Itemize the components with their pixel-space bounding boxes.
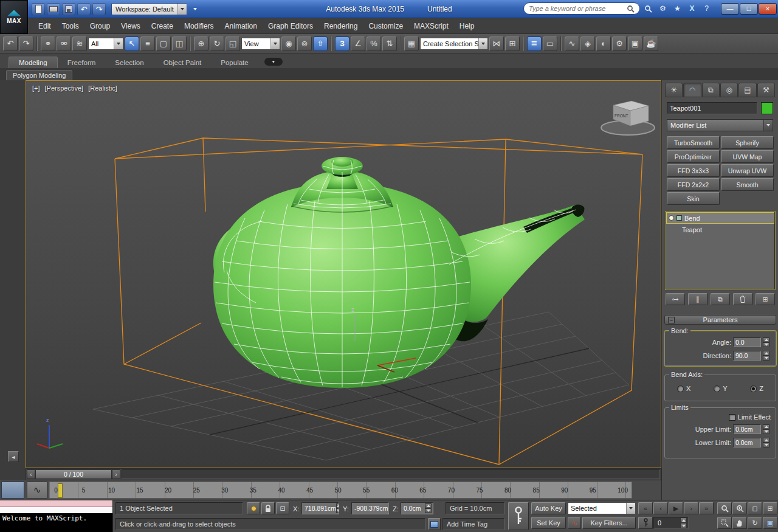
percent-snap-button[interactable]: % bbox=[367, 36, 381, 51]
set-keys-button[interactable] bbox=[508, 502, 529, 530]
align-button[interactable]: ⊞ bbox=[505, 36, 520, 51]
collapse-rollout-icon[interactable]: − bbox=[668, 317, 675, 323]
selection-filter-combo[interactable]: All bbox=[88, 38, 123, 50]
undo-button[interactable]: ↶ bbox=[3, 36, 18, 51]
tab-display[interactable]: ▤ bbox=[738, 83, 756, 97]
y-spinner[interactable] bbox=[388, 503, 389, 513]
axis-y-radio[interactable] bbox=[714, 385, 720, 392]
zoom-extents-all-button[interactable]: ⊞ bbox=[763, 502, 777, 514]
render-setup-button[interactable]: ⚙ bbox=[612, 36, 627, 51]
time-slider[interactable]: ‹ 0 / 100 › bbox=[26, 468, 661, 480]
workspace-combo[interactable]: Workspace: Default bbox=[111, 3, 187, 15]
viewport-shading-menu[interactable]: [Realistic] bbox=[88, 85, 117, 92]
add-time-tag-field[interactable]: Add Time Tag bbox=[442, 518, 504, 530]
object-name-field[interactable]: Teapot001 bbox=[667, 102, 757, 114]
direction-field[interactable]: 90.0 bbox=[733, 351, 761, 361]
select-and-rotate-button[interactable]: ↻ bbox=[210, 36, 224, 51]
reference-coordinate-combo[interactable]: View bbox=[241, 38, 280, 50]
unlink-selection-button[interactable]: ⚮ bbox=[57, 36, 71, 51]
auto-key-button[interactable]: Auto Key bbox=[531, 502, 566, 514]
select-and-scale-button[interactable]: ◱ bbox=[225, 36, 240, 51]
axis-z-radio[interactable] bbox=[750, 385, 757, 392]
schematic-view-button[interactable]: ◈ bbox=[580, 36, 595, 51]
turbosmooth-button[interactable]: TurboSmooth bbox=[667, 136, 720, 149]
menu-views[interactable]: Views bbox=[115, 18, 146, 33]
pin-stack-button[interactable]: ⊶ bbox=[666, 293, 685, 305]
favorites-button[interactable]: ★ bbox=[671, 2, 684, 15]
ribbon-toggle-button[interactable]: ▭ bbox=[543, 36, 557, 51]
viewport-canvas[interactable]: z FRONT z bbox=[26, 81, 661, 468]
previous-frame-nudge-button[interactable]: ‹ bbox=[27, 469, 35, 479]
axis-z-option[interactable]: Z bbox=[750, 385, 763, 392]
ribbon-tab-object-paint[interactable]: Object Paint bbox=[154, 57, 212, 68]
tab-modify[interactable]: ◠ bbox=[683, 83, 701, 97]
z-spinner[interactable] bbox=[425, 503, 432, 513]
limit-effect-checkbox[interactable] bbox=[729, 414, 735, 421]
listener-input-pane[interactable] bbox=[0, 507, 112, 513]
parameters-rollout-header[interactable]: − Parameters bbox=[664, 315, 776, 325]
y-coordinate-field[interactable]: -908.379cm bbox=[351, 502, 389, 514]
angle-spinner[interactable] bbox=[763, 337, 769, 347]
chevron-down-icon[interactable] bbox=[478, 38, 487, 49]
open-file-button[interactable] bbox=[47, 3, 60, 15]
default-tangent-button[interactable]: ∿ bbox=[568, 517, 581, 529]
previous-frame-button[interactable]: ‹ bbox=[653, 502, 668, 514]
zoom-extents-button[interactable]: ◻ bbox=[748, 502, 762, 514]
go-to-end-button[interactable]: » bbox=[699, 502, 714, 514]
help-button[interactable]: ? bbox=[700, 2, 713, 15]
zoom-region-button[interactable] bbox=[717, 517, 732, 529]
chevron-down-icon[interactable] bbox=[763, 120, 773, 131]
axis-x-radio[interactable] bbox=[677, 385, 684, 392]
angle-snap-button[interactable]: ∠ bbox=[351, 36, 365, 51]
key-filters-button[interactable]: Key Filters... bbox=[582, 517, 636, 529]
curve-editor-button[interactable]: ∿ bbox=[565, 36, 579, 51]
modifier-enable-bulb-icon[interactable] bbox=[669, 215, 674, 221]
search-box[interactable] bbox=[523, 2, 640, 15]
chevron-down-icon[interactable] bbox=[177, 4, 187, 15]
search-icon[interactable] bbox=[627, 5, 635, 13]
configure-modifier-sets-button[interactable]: ⊞ bbox=[756, 293, 775, 305]
lock-selection-button[interactable] bbox=[261, 502, 275, 514]
exchange-apps-button[interactable]: X bbox=[686, 2, 698, 15]
snap-toggle-3d-button[interactable]: 3 bbox=[335, 36, 349, 51]
menu-animation[interactable]: Animation bbox=[219, 18, 263, 33]
maximize-button[interactable]: □ bbox=[740, 3, 758, 15]
tab-create[interactable]: ☀ bbox=[665, 83, 683, 97]
menu-graph-editors[interactable]: Graph Editors bbox=[263, 18, 318, 33]
play-animation-button[interactable]: ▶ bbox=[669, 502, 683, 514]
menu-group[interactable]: Group bbox=[84, 18, 115, 33]
select-and-link-button[interactable]: ⚭ bbox=[41, 36, 55, 51]
unwrap-uvw-button[interactable]: Unwrap UVW bbox=[721, 164, 774, 177]
mirror-button[interactable]: ⋈ bbox=[489, 36, 504, 51]
search-input[interactable] bbox=[529, 5, 624, 12]
frame-spinner[interactable] bbox=[680, 517, 687, 528]
maxscript-mini-listener[interactable]: Welcome to MAXScript. bbox=[0, 500, 113, 532]
layer-manager-button[interactable]: ≣ bbox=[527, 36, 542, 51]
named-selection-combo[interactable]: Create Selection Se bbox=[420, 38, 488, 50]
x-spinner[interactable] bbox=[336, 503, 339, 513]
current-frame-field[interactable]: 0 bbox=[653, 517, 689, 529]
perspective-viewport[interactable]: z FRONT z [+] [Perspective] [Realistic] bbox=[26, 80, 661, 468]
stack-item-bend[interactable]: Bend bbox=[666, 212, 774, 224]
minimize-button[interactable]: — bbox=[721, 3, 739, 15]
z-coordinate-field[interactable]: 0.0cm bbox=[401, 502, 433, 514]
menu-tools[interactable]: Tools bbox=[57, 18, 84, 33]
use-pivot-point-center-button[interactable]: ◉ bbox=[281, 36, 296, 51]
current-frame-marker[interactable] bbox=[58, 483, 63, 498]
maximize-viewport-toggle-button[interactable]: ▣ bbox=[763, 517, 777, 529]
tab-utilities[interactable]: ⚒ bbox=[757, 83, 775, 97]
ribbon-tab-freeform[interactable]: Freeform bbox=[58, 57, 106, 68]
close-button[interactable]: × bbox=[759, 3, 777, 15]
time-tag-button[interactable] bbox=[428, 518, 441, 530]
upper-limit-field[interactable]: 0.0cm bbox=[733, 424, 761, 434]
lower-limit-field[interactable]: 0.0cm bbox=[733, 438, 761, 447]
menu-rendering[interactable]: Rendering bbox=[318, 18, 363, 33]
menu-customize[interactable]: Customize bbox=[363, 18, 408, 33]
tab-hierarchy[interactable]: ⧉ bbox=[702, 83, 720, 97]
isolate-selection-button[interactable] bbox=[247, 502, 260, 514]
viewport-general-menu[interactable]: [+] bbox=[32, 85, 40, 92]
polygon-modeling-panel-tab[interactable]: Polygon Modeling bbox=[6, 70, 72, 80]
next-frame-nudge-button[interactable]: › bbox=[112, 469, 120, 479]
rendered-frame-window-button[interactable]: ▣ bbox=[628, 36, 642, 51]
sign-in-button[interactable]: ⚙ bbox=[656, 2, 669, 15]
